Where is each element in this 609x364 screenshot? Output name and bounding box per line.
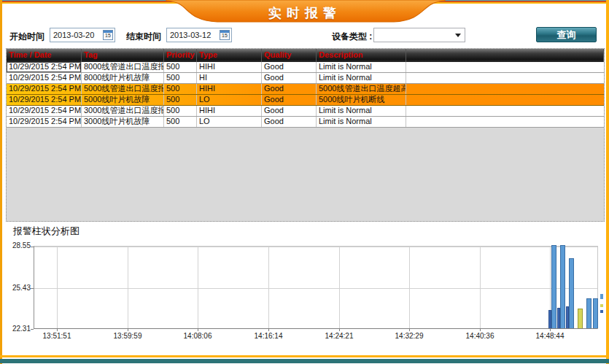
cell-type: HI	[197, 73, 262, 83]
chart-gridline-vertical	[128, 247, 128, 328]
cell-time: 10/29/2015 2:54 PM	[7, 117, 82, 127]
cell-priority: 500	[164, 95, 197, 105]
cell-priority: 500	[164, 73, 197, 83]
x-axis-tick	[198, 328, 198, 331]
x-axis-tick	[409, 328, 410, 331]
x-axis-tick	[128, 328, 128, 331]
start-date-input[interactable]: 2013-03-20 15	[50, 28, 115, 42]
frame-bottom-teal-strip	[0, 359, 609, 363]
cell-filler	[406, 117, 604, 127]
device-type-select[interactable]	[373, 28, 465, 42]
cell-description: Limit is Normal	[317, 117, 406, 127]
x-axis-tick	[339, 328, 340, 331]
cell-filler	[406, 95, 604, 105]
cell-description: Limit is Normal	[317, 106, 406, 116]
chart-bar	[586, 298, 591, 328]
end-date-input[interactable]: 2013-03-12 15	[166, 28, 232, 42]
cell-tag: 8000线叶片机故障	[82, 73, 164, 83]
chart-gridline-vertical	[268, 247, 269, 328]
x-axis-tick	[57, 328, 58, 331]
chart-gridline-vertical	[409, 247, 410, 328]
calendar-icon[interactable]: 15	[220, 30, 230, 40]
chart-clipped-bar-mark	[600, 294, 603, 299]
frame-right-border	[606, 0, 609, 364]
chart-gridline-vertical	[198, 247, 198, 328]
start-date-value: 2013-03-20	[53, 31, 94, 39]
chart-gridline-vertical	[57, 247, 58, 328]
table-row[interactable]: 10/29/2015 2:54 PM 3000线管道出口温度报警 500 HIH…	[7, 106, 604, 117]
chart-title: 报警柱状分析图	[13, 225, 79, 238]
frame-left-border	[0, 0, 2, 364]
x-axis-label: 14:24:21	[317, 332, 361, 340]
cell-time: 10/29/2015 2:54 PM	[7, 95, 82, 105]
cell-priority: 500	[164, 84, 197, 94]
cell-time: 10/29/2015 2:54 PM	[7, 84, 82, 94]
chart-gridline-horizontal	[34, 247, 597, 247]
table-row[interactable]: 10/29/2015 2:54 PM 8000线叶片机故障 500 HI Goo…	[7, 73, 604, 84]
column-header-filler	[406, 49, 604, 62]
cell-time[interactable]: 10/29/2015 2:54 PM	[7, 62, 82, 72]
alarm-table: Time / Date Tag Priority Type Quality De…	[6, 48, 605, 222]
cell-time: 10/29/2015 2:54 PM	[7, 73, 82, 83]
page-title: 实时报警	[232, 4, 378, 22]
query-button[interactable]: 查询	[536, 27, 597, 42]
chart-clipped-bar-mark	[600, 310, 603, 313]
cell-type: HIHI	[197, 106, 262, 116]
realtime-alarm-window: 实时报警 开始时间 2013-03-20 15 结束时间 2013-03-12 …	[0, 0, 609, 364]
column-header-quality[interactable]: Quality	[262, 49, 317, 62]
chart-clipped-bar-mark	[600, 304, 603, 307]
device-type-label: 设备类型 :	[332, 31, 372, 43]
cell-description: 5000线叶片机断线	[317, 95, 406, 105]
x-axis-label: 13:59:59	[106, 332, 150, 340]
x-axis-label: 14:48:44	[528, 332, 572, 340]
cell-type: HIHI	[197, 84, 262, 94]
table-row[interactable]: 10/29/2015 2:54 PM 8000线管道出口温度报警 500 HIH…	[7, 62, 604, 73]
table-row[interactable]: 10/29/2015 2:54 PM 3000线叶片机故障 500 LO Goo…	[7, 117, 604, 128]
cell-quality: Good	[262, 95, 317, 105]
column-header-type[interactable]: Type	[197, 49, 262, 62]
cell-priority: 500	[164, 106, 197, 116]
cell-filler	[406, 62, 604, 72]
y-axis-tick	[31, 288, 34, 289]
column-header-priority[interactable]: Priority	[164, 49, 197, 62]
chevron-down-icon	[455, 34, 461, 37]
y-axis-label: 28.55	[7, 241, 31, 249]
chart-bar	[569, 258, 574, 328]
x-axis-label: 14:08:06	[176, 332, 220, 340]
cell-quality: Good	[262, 62, 317, 72]
y-axis-tick	[31, 329, 34, 330]
cell-description: Limit is Normal	[317, 73, 406, 83]
x-axis-label: 14:32:29	[387, 332, 431, 340]
chart-bar	[551, 245, 556, 328]
x-axis-tick	[550, 328, 551, 331]
x-axis-label: 14:16:14	[247, 332, 290, 340]
start-time-label: 开始时间	[9, 31, 44, 43]
y-axis-label: 25.43	[7, 284, 31, 292]
cell-description: Limit is Normal	[317, 62, 406, 72]
column-header-tag[interactable]: Tag	[82, 49, 164, 62]
table-header-row: Time / Date Tag Priority Type Quality De…	[7, 49, 604, 62]
cell-time: 10/29/2015 2:54 PM	[7, 106, 82, 116]
end-date-value: 2013-03-12	[170, 31, 211, 39]
cell-quality: Good	[262, 106, 317, 116]
calendar-icon[interactable]: 15	[103, 30, 113, 40]
cell-type: LO	[197, 117, 262, 127]
cell-tag: 3000线管道出口温度报警	[82, 106, 164, 116]
column-header-description[interactable]: Description	[317, 49, 406, 62]
y-axis-label: 22.31	[7, 325, 31, 333]
cell-tag: 3000线叶片机故障	[82, 117, 164, 127]
chart-plot: 13:51:5113:59:5914:08:0614:16:1414:24:21…	[34, 246, 598, 329]
cell-description: 5000线管道出口温度超高	[317, 84, 406, 94]
chart-bar	[593, 298, 598, 328]
chart-gridline-vertical	[480, 247, 481, 328]
column-header-time[interactable]: Time / Date	[7, 49, 82, 62]
cell-priority: 500	[164, 62, 197, 72]
cell-filler	[406, 84, 604, 94]
frame-bottom-gold-line	[0, 355, 609, 357]
cell-tag: 8000线管道出口温度报警	[82, 62, 164, 72]
cell-type: HIHI	[197, 62, 262, 72]
table-row[interactable]: 10/29/2015 2:54 PM 5000线叶片机故障 500 LO Goo…	[7, 95, 604, 106]
table-row[interactable]: 10/29/2015 2:54 PM 5000线管道出口温度报警 500 HIH…	[7, 84, 604, 95]
y-axis-tick	[31, 247, 34, 247]
cell-priority: 500	[164, 117, 197, 127]
